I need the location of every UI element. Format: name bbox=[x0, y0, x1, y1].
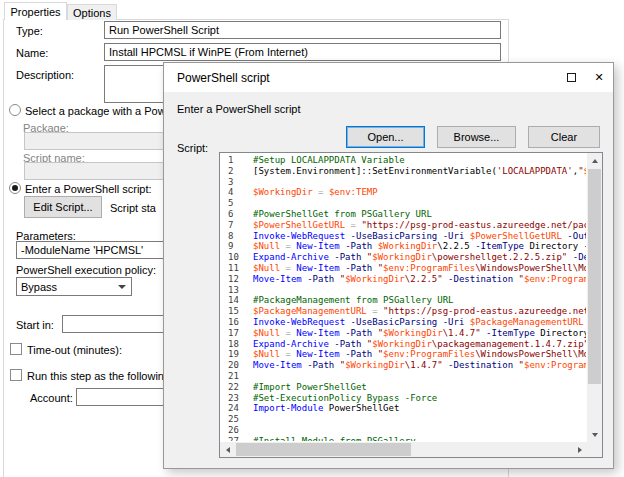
code-line bbox=[253, 177, 586, 188]
scroll-down-button[interactable] bbox=[587, 427, 602, 442]
script-editor: 1234567891011121314151617181920212223242… bbox=[219, 152, 603, 458]
line-number: 7 bbox=[228, 220, 246, 231]
line-number: 10 bbox=[228, 252, 246, 263]
line-number: 19 bbox=[228, 349, 246, 360]
horizontal-scrollbar[interactable] bbox=[220, 442, 587, 457]
code-line: Invoke-WebRequest -UseBasicParsing -Uri … bbox=[253, 231, 586, 242]
scroll-left-button[interactable] bbox=[220, 442, 235, 457]
scroll-right-icon bbox=[578, 447, 582, 453]
code-line bbox=[253, 371, 586, 382]
code-line: #PackageManagement from PSGallery URL bbox=[253, 295, 586, 306]
edit-script-button[interactable]: Edit Script... bbox=[24, 196, 102, 218]
line-number: 2 bbox=[228, 166, 246, 177]
line-number: 1 bbox=[228, 155, 246, 166]
code-line bbox=[253, 425, 586, 436]
line-number: 5 bbox=[228, 198, 246, 209]
code-line bbox=[253, 285, 586, 296]
code-line: [System.Environment]::SetEnvironmentVari… bbox=[253, 166, 586, 177]
line-number: 25 bbox=[228, 414, 246, 425]
vertical-scrollbar[interactable] bbox=[587, 153, 602, 442]
code-line: Invoke-WebRequest -UseBasicParsing -Uri … bbox=[253, 317, 586, 328]
scrollbar-corner bbox=[587, 442, 602, 457]
line-number: 27 bbox=[228, 436, 246, 441]
start-in-label: Start in: bbox=[16, 319, 54, 331]
execution-policy-select[interactable]: Bypass bbox=[16, 277, 132, 296]
vertical-scroll-thumb[interactable] bbox=[588, 169, 601, 384]
code-line bbox=[253, 198, 586, 209]
tab-options[interactable]: Options bbox=[67, 4, 117, 20]
name-label: Name: bbox=[16, 47, 48, 59]
script-label: Script: bbox=[177, 142, 208, 154]
dialog-title-bar: PowerShell script ✕ bbox=[164, 63, 613, 92]
line-number: 15 bbox=[228, 306, 246, 317]
scroll-down-icon bbox=[592, 433, 598, 437]
line-number: 17 bbox=[228, 328, 246, 339]
powershell-script-dialog: PowerShell script ✕ Enter a PowerShell s… bbox=[163, 62, 614, 469]
line-number: 4 bbox=[228, 187, 246, 198]
code-line: Move-Item -Path "$WorkingDir\2.2.5" -Des… bbox=[253, 274, 586, 285]
code-line: #Setup LOCALAPPDATA Variable bbox=[253, 155, 586, 166]
select-package-radio[interactable] bbox=[9, 104, 21, 116]
line-number: 13 bbox=[228, 285, 246, 296]
code-line: $PackageManagementURL = "https://psg-pro… bbox=[253, 306, 586, 317]
line-number: 22 bbox=[228, 382, 246, 393]
line-number: 9 bbox=[228, 241, 246, 252]
code-line: #Import PowerShellGet bbox=[253, 382, 586, 393]
scroll-up-button[interactable] bbox=[587, 153, 602, 168]
line-number: 3 bbox=[228, 177, 246, 188]
close-button[interactable]: ✕ bbox=[585, 63, 613, 92]
type-input[interactable]: Run PowerShell Script bbox=[104, 21, 501, 39]
run-as-checkbox[interactable] bbox=[10, 369, 22, 381]
code-line: $Null = New-Item -Path "$env:ProgramFile… bbox=[253, 349, 586, 360]
line-number: 21 bbox=[228, 371, 246, 382]
line-number: 23 bbox=[228, 393, 246, 404]
timeout-label: Time-out (minutes): bbox=[27, 344, 122, 356]
scroll-right-button[interactable] bbox=[572, 442, 587, 457]
name-input[interactable]: Install HPCMSL if WinPE (From Internet) bbox=[104, 43, 501, 61]
open-button[interactable]: Open... bbox=[346, 126, 425, 148]
scroll-up-icon bbox=[592, 159, 598, 163]
type-label: Type: bbox=[16, 25, 43, 37]
line-number: 12 bbox=[228, 274, 246, 285]
execution-policy-value: Bypass bbox=[21, 281, 57, 293]
script-status-label: Script sta bbox=[110, 202, 156, 214]
code-line: Expand-Archive -Path "$WorkingDir\packag… bbox=[253, 339, 586, 350]
enter-script-radio[interactable] bbox=[9, 182, 21, 194]
code-line: $Null = New-Item -Path $WorkingDir\2.2.5… bbox=[253, 241, 586, 252]
line-number: 14 bbox=[228, 295, 246, 306]
code-line: #Install Module from PSGallery bbox=[253, 436, 586, 441]
line-number: 20 bbox=[228, 360, 246, 371]
horizontal-scroll-thumb[interactable] bbox=[236, 443, 411, 456]
line-number: 16 bbox=[228, 317, 246, 328]
code-line: Move-Item -Path "$WorkingDir\1.4.7" -Des… bbox=[253, 360, 586, 371]
line-number: 8 bbox=[228, 231, 246, 242]
code-area[interactable]: #Setup LOCALAPPDATA Variable[System.Envi… bbox=[253, 155, 586, 441]
line-number: 6 bbox=[228, 209, 246, 220]
tab-properties[interactable]: Properties bbox=[4, 2, 67, 20]
description-label: Description: bbox=[16, 69, 74, 81]
dialog-title: PowerShell script bbox=[177, 71, 270, 85]
maximize-icon bbox=[567, 73, 576, 82]
screenshot-root: Properties Options Type: Run PowerShell … bbox=[0, 0, 624, 477]
execution-policy-label: PowerShell execution policy: bbox=[16, 264, 156, 276]
line-number: 26 bbox=[228, 425, 246, 436]
code-line: Expand-Archive -Path "$WorkingDir\powers… bbox=[253, 252, 586, 263]
code-line: $Null = New-Item -Path "$env:ProgramFile… bbox=[253, 263, 586, 274]
code-line: $PowerShellGetURL = "https://psg-prod-ea… bbox=[253, 220, 586, 231]
scroll-left-icon bbox=[226, 447, 230, 453]
enter-script-prompt: Enter a PowerShell script bbox=[177, 103, 301, 115]
line-number-gutter: 1234567891011121314151617181920212223242… bbox=[220, 155, 246, 441]
code-line: #Set-ExecutionPolicy Bypass -Force bbox=[253, 393, 586, 404]
browse-button[interactable]: Browse... bbox=[437, 126, 516, 148]
code-line: #PowerShellGet from PSGallery URL bbox=[253, 209, 586, 220]
line-number: 18 bbox=[228, 339, 246, 350]
code-line: $Null = New-Item -Path "$WorkingDir\1.4.… bbox=[253, 328, 586, 339]
timeout-checkbox[interactable] bbox=[10, 343, 22, 355]
code-line: Import-Module PowerShellGet bbox=[253, 403, 586, 414]
line-number: 24 bbox=[228, 403, 246, 414]
code-line: $WorkingDir = $env:TEMP bbox=[253, 187, 586, 198]
maximize-button[interactable] bbox=[557, 63, 585, 92]
clear-button[interactable]: Clear bbox=[528, 126, 600, 148]
line-number: 11 bbox=[228, 263, 246, 274]
close-icon: ✕ bbox=[594, 71, 603, 84]
